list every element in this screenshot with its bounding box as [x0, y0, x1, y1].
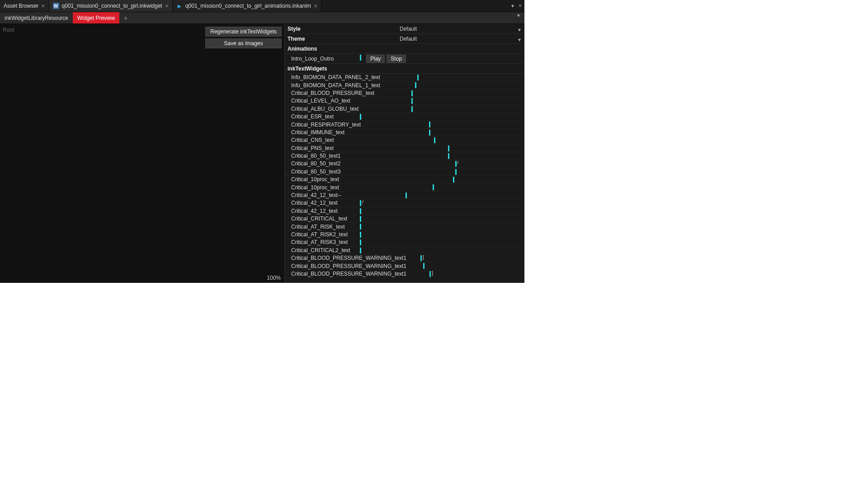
widget-row[interactable]: Critical_ESR_text — [285, 113, 524, 121]
widget-row[interactable]: Critical_80_50_text1 — [285, 152, 524, 160]
zoom-indicator: 100% — [267, 275, 281, 281]
theme-label: Theme — [285, 36, 400, 42]
widget-row[interactable]: Critical_CRITICAL2_text — [285, 247, 524, 254]
widget-row[interactable]: Critical_10proc_text — [285, 183, 524, 191]
play-button[interactable]: Play — [366, 55, 385, 63]
close-icon[interactable]: × — [314, 2, 317, 9]
tab-inkanim[interactable]: ▶ q001_mission0_connect_to_girl_animatio… — [173, 0, 321, 12]
close-icon[interactable]: × — [165, 2, 169, 9]
subtab-widget-preview[interactable]: Widget Preview — [73, 12, 119, 23]
inktextwidgets-header: inkTextWidgets — [285, 64, 524, 74]
widget-name: Critical_CRITICAL_text — [285, 216, 439, 222]
timeline-tick — [360, 114, 361, 120]
widget-row[interactable]: Critical_BLOOD_PRESSURE_WARNING_text1[ — [285, 254, 524, 262]
widget-row[interactable]: Critical_BLOOD_PRESSURE_WARNING_text1] — [285, 270, 524, 278]
widget-row[interactable]: Critical_10proc_text — [285, 176, 524, 183]
widget-list: Info_BIOMON_DATA_PANEL_2_textInfo_BIOMON… — [285, 74, 524, 278]
chevron-down-icon[interactable]: ▾ — [511, 3, 514, 9]
preview-pane: Root Regenerate inkTextWidgets Save as I… — [0, 24, 285, 283]
stop-button[interactable]: Stop — [387, 55, 406, 63]
widget-row[interactable]: Critical_BLOOD_PRESSURE_text — [285, 89, 524, 97]
tab-inkwidget[interactable]: W q001_mission0_connect_to_girl.inkwidge… — [49, 0, 173, 12]
theme-value: Default — [400, 36, 417, 42]
timeline-tick — [417, 75, 419, 80]
timeline-tick — [360, 239, 361, 245]
tabbar-controls: ▾ × — [511, 0, 524, 12]
widget-name: Critical_80_50_text2 — [285, 160, 439, 167]
timeline-tick — [360, 248, 361, 253]
widget-row[interactable]: Critical_CNS_text — [285, 136, 524, 144]
widget-name: Critical_AT_RISK2_text — [285, 231, 439, 238]
style-label: Style — [285, 26, 400, 32]
style-row: Style Default ▾ — [285, 24, 524, 34]
widget-row[interactable]: Critical_AT_RISK3_text — [285, 239, 524, 246]
tab-label: Asset Browser — [4, 3, 38, 9]
timeline-tick — [360, 232, 361, 238]
play-icon: ▶ — [176, 3, 183, 9]
widget-name: Critical_42_12_text — [285, 208, 439, 214]
widget-row[interactable]: Critical_AT_RISK_text — [285, 223, 524, 230]
timeline-tick — [360, 200, 361, 206]
subtab-inkwidgetlibrary[interactable]: inkWidgetLibraryResource — [0, 12, 73, 23]
regenerate-button[interactable]: Regenerate inkTextWidgets — [205, 27, 282, 37]
widget-row[interactable]: Critical_42_12_text/ — [285, 199, 524, 207]
widget-row[interactable]: Critical_PNS_text — [285, 145, 524, 152]
inspector-pane[interactable]: ⋮ Style Default ▾ Theme Default ▾ Animat… — [285, 24, 524, 283]
widget-row[interactable]: Info_BIOMON_DATA_PANEL_2_text — [285, 74, 524, 81]
timeline-tick — [411, 106, 413, 112]
timeline-tick — [453, 177, 454, 183]
close-icon[interactable]: × — [519, 3, 522, 9]
timeline-tick — [429, 271, 431, 277]
timeline-tick — [433, 184, 434, 190]
style-dropdown[interactable]: Default ▾ — [400, 26, 524, 32]
widget-row[interactable]: Critical_CRITICAL_text — [285, 215, 524, 223]
widget-row[interactable]: Critical_AT_RISK2_text — [285, 231, 524, 239]
widget-name: Critical_RESPIRATORY_text — [285, 122, 439, 128]
timeline-tick — [448, 153, 449, 159]
widget-row[interactable]: Critical_IMMUNE_text — [285, 129, 524, 136]
widget-name: Critical_42_12_text — [285, 200, 439, 206]
widget-row[interactable]: Critical_RESPIRATORY_text — [285, 121, 524, 128]
subtabbar: inkWidgetLibraryResource Widget Preview … — [0, 12, 524, 24]
content-area: Root Regenerate inkTextWidgets Save as I… — [0, 24, 524, 283]
widget-name: Critical_42_12_text-- — [285, 192, 439, 198]
add-subtab-button[interactable]: + — [119, 12, 132, 23]
widget-row[interactable]: Critical_80_50_text2/ — [285, 160, 524, 168]
timeline-tick — [429, 130, 430, 136]
widget-name: Critical_80_50_text1 — [285, 153, 439, 159]
timeline-tick — [360, 208, 361, 214]
widget-row[interactable]: Critical_ALBU_GLOBU_text — [285, 105, 524, 113]
timeline-tick — [360, 55, 361, 61]
widget-name: Critical_BLOOD_PRESSURE_WARNING_text1 — [285, 255, 439, 261]
widget-name: Critical_LEVEL_AO_text — [285, 98, 439, 104]
timeline-tick — [455, 169, 457, 175]
close-icon[interactable]: × — [41, 2, 45, 9]
widget-row[interactable]: Info_BIOMON_DATA_PANEL_1_text — [285, 81, 524, 89]
style-value: Default — [400, 26, 417, 32]
timeline-tick — [455, 161, 457, 167]
app-window: Asset Browser × W q001_mission0_connect_… — [0, 0, 524, 283]
subtab-label: inkWidgetLibraryResource — [5, 15, 68, 21]
widget-name: Critical_AT_RISK3_text — [285, 239, 439, 245]
chevron-down-icon: ▾ — [518, 27, 521, 33]
widget-row[interactable]: Critical_80_50_text3 — [285, 168, 524, 176]
tab-asset-browser[interactable]: Asset Browser × — [0, 0, 49, 12]
widget-row[interactable]: Critical_BLOOD_PRESSURE_WARNING_text1 — [285, 262, 524, 270]
theme-dropdown[interactable]: Default ▾ — [400, 36, 524, 42]
widget-row[interactable]: Critical_LEVEL_AO_text — [285, 97, 524, 105]
widget-row[interactable]: Critical_42_12_text — [285, 207, 524, 215]
subtab-label: Widget Preview — [77, 15, 115, 21]
animation-row[interactable]: Intro_Loop_Outro Play Stop — [285, 54, 524, 64]
widget-name: Critical_80_50_text3 — [285, 169, 439, 175]
widget-name: Critical_ESR_text — [285, 113, 439, 120]
widget-name: Critical_AT_RISK_text — [285, 224, 439, 230]
save-images-button[interactable]: Save as Images — [205, 38, 282, 48]
widget-trailing-char: / — [457, 160, 458, 165]
chevron-down-icon[interactable]: ▾ — [513, 12, 524, 23]
widget-row[interactable]: Critical_42_12_text-- — [285, 192, 524, 199]
widget-name: Critical_10proc_text — [285, 176, 439, 183]
widget-name: Critical_ALBU_GLOBU_text — [285, 106, 439, 112]
timeline-tick — [415, 82, 416, 88]
timeline-tick — [434, 137, 435, 143]
inkwidget-icon: W — [53, 3, 59, 9]
